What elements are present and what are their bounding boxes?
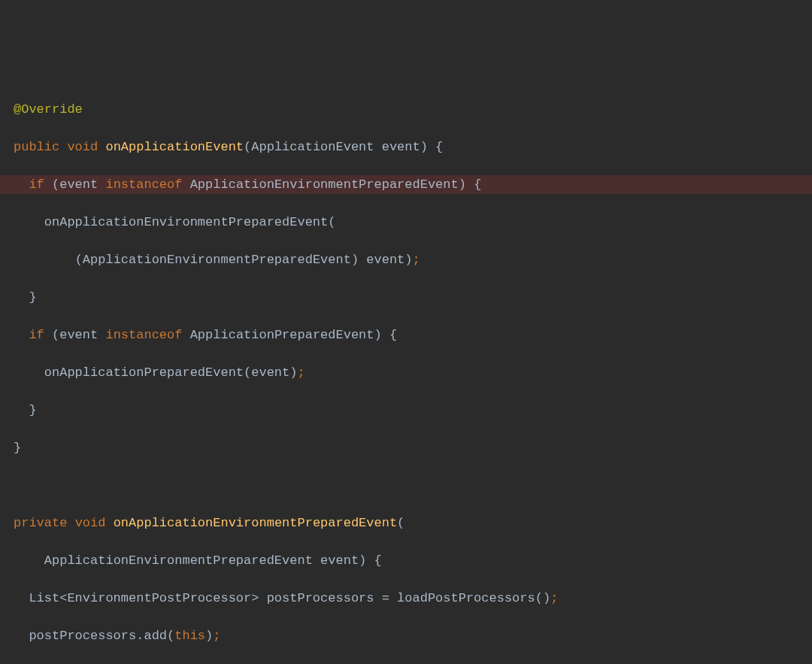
blank-line — [0, 476, 812, 495]
method-onApplicationEnvironmentPreparedEvent: onApplicationEnvironmentPreparedEvent — [114, 516, 397, 530]
code-line: ApplicationEnvironmentPreparedEvent even… — [0, 551, 812, 570]
code-line: onApplicationEnvironmentPreparedEvent( — [0, 213, 812, 232]
method-onApplicationEvent: onApplicationEvent — [105, 140, 244, 154]
code-line: if (event instanceof ApplicationPrepared… — [0, 326, 812, 344]
code-line: public void onApplicationEvent(Applicati… — [0, 138, 812, 156]
code-line: private void onApplicationEnvironmentPre… — [0, 514, 812, 532]
code-line: @Override — [0, 100, 812, 119]
code-line: postProcessors.add(this); — [0, 626, 812, 645]
code-editor[interactable]: @Override public void onApplicationEvent… — [0, 81, 812, 664]
annotation: @Override — [14, 102, 83, 117]
code-line-highlighted: if (event instanceof ApplicationEnvironm… — [0, 175, 812, 194]
code-line: List<EnvironmentPostProcessor> postProce… — [0, 589, 812, 608]
code-line: (ApplicationEnvironmentPreparedEvent) ev… — [0, 250, 812, 269]
code-line: } — [0, 438, 812, 457]
code-line: onApplicationPreparedEvent(event); — [0, 363, 812, 382]
code-line: } — [0, 288, 812, 307]
code-line: } — [0, 401, 812, 420]
